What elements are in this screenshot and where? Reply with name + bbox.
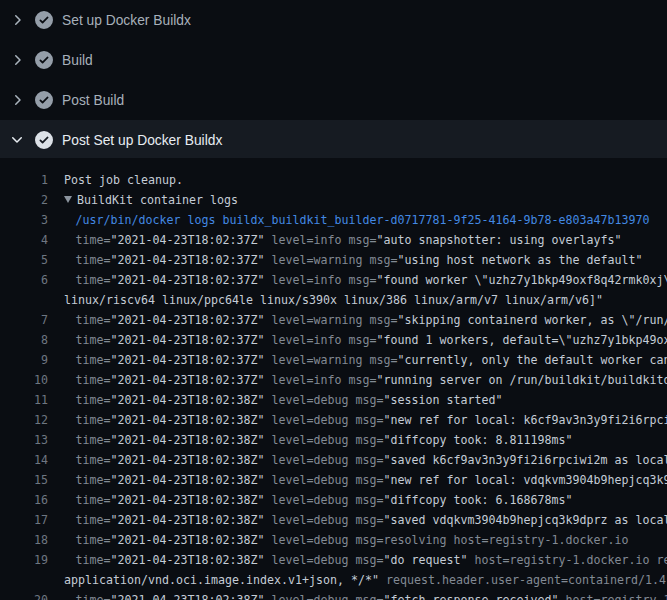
line-number[interactable]: 7 bbox=[0, 310, 48, 330]
log-text: time="2021-04-23T18:02:37Z" level=info m… bbox=[76, 270, 667, 290]
step-header-post-set-up-docker-buildx[interactable]: Post Set up Docker Buildx bbox=[0, 120, 667, 160]
log-segment: level=info msg= bbox=[264, 333, 376, 347]
log-group-title[interactable]: BuildKit container logs bbox=[64, 190, 238, 210]
line-number[interactable]: 19 bbox=[0, 550, 48, 570]
log-segment: time= bbox=[76, 233, 111, 247]
log-text: time="2021-04-23T18:02:38Z" level=debug … bbox=[76, 530, 629, 550]
line-number[interactable]: 8 bbox=[0, 330, 48, 350]
line-number[interactable]: 17 bbox=[0, 510, 48, 530]
log-area: 1Post job cleanup.2BuildKit container lo… bbox=[0, 160, 667, 600]
line-number[interactable]: 12 bbox=[0, 410, 48, 430]
log-segment: linux/riscv64 linux/ppc64le linux/s390x … bbox=[64, 293, 603, 307]
log-segment: time= bbox=[76, 513, 111, 527]
line-number[interactable]: 10 bbox=[0, 370, 48, 390]
check-circle-icon bbox=[35, 51, 53, 69]
log-segment: "2021-04-23T18:02:38Z" bbox=[111, 533, 265, 547]
log-segment: level=debug msg= bbox=[264, 393, 383, 407]
log-text: time="2021-04-23T18:02:38Z" level=debug … bbox=[76, 450, 667, 470]
step-header-build[interactable]: Build bbox=[0, 40, 667, 80]
log-segment: "2021-04-23T18:02:38Z" bbox=[111, 433, 265, 447]
log-segment: "found worker \"uzhz7y1bkp49oxf8q42rmk0x… bbox=[376, 273, 667, 287]
log-segment: time= bbox=[76, 253, 111, 267]
line-number[interactable]: 14 bbox=[0, 450, 48, 470]
log-line-continuation: linux/riscv64 linux/ppc64le linux/s390x … bbox=[0, 290, 667, 310]
log-text: Post job cleanup. bbox=[64, 170, 183, 190]
log-segment: level=debug msg= bbox=[264, 413, 383, 427]
line-number[interactable]: 6 bbox=[0, 270, 48, 290]
line-number[interactable]: 2 bbox=[0, 190, 48, 210]
line-number[interactable]: 9 bbox=[0, 350, 48, 370]
step-label: Post Build bbox=[62, 93, 124, 108]
log-segment: "2021-04-23T18:02:37Z" bbox=[111, 253, 265, 267]
log-segment: "2021-04-23T18:02:38Z" bbox=[111, 493, 265, 507]
log-line-12: 12time="2021-04-23T18:02:38Z" level=debu… bbox=[0, 410, 667, 430]
step-header-post-build[interactable]: Post Build bbox=[0, 80, 667, 120]
line-number[interactable]: 13 bbox=[0, 430, 48, 450]
log-text: /usr/bin/docker logs buildx_buildkit_bui… bbox=[76, 210, 650, 230]
log-line-continuation: application/vnd.oci.image.index.v1+json,… bbox=[0, 570, 667, 590]
line-number[interactable]: 15 bbox=[0, 470, 48, 490]
log-segment: "2021-04-23T18:02:37Z" bbox=[111, 273, 265, 287]
log-text: time="2021-04-23T18:02:38Z" level=debug … bbox=[76, 470, 667, 490]
line-number[interactable] bbox=[0, 290, 48, 310]
chevron-right-icon bbox=[9, 52, 25, 68]
log-segment: "new ref for local: k6cf9av3n3y9fi2i6rpc… bbox=[383, 413, 667, 427]
log-segment: level=debug msg= bbox=[264, 453, 383, 467]
line-number[interactable]: 18 bbox=[0, 530, 48, 550]
log-segment: level=debug msg= bbox=[264, 493, 383, 507]
chevron-down-icon bbox=[9, 132, 25, 148]
log-text: time="2021-04-23T18:02:37Z" level=info m… bbox=[76, 370, 667, 390]
check-circle-icon bbox=[35, 131, 53, 149]
log-text: time="2021-04-23T18:02:37Z" level=warnin… bbox=[76, 250, 643, 270]
log-line-19: 19time="2021-04-23T18:02:38Z" level=debu… bbox=[0, 550, 667, 570]
step-header-set-up-docker-buildx[interactable]: Set up Docker Buildx bbox=[0, 0, 667, 40]
log-segment: time= bbox=[76, 273, 111, 287]
log-segment: time= bbox=[76, 313, 111, 327]
log-segment: Post job cleanup. bbox=[64, 173, 183, 187]
line-number[interactable]: 16 bbox=[0, 490, 48, 510]
log-segment: "running server on /run/buildkit/buildki… bbox=[376, 373, 667, 387]
log-segment: "2021-04-23T18:02:38Z" bbox=[111, 513, 265, 527]
log-segment: time= bbox=[76, 473, 111, 487]
log-segment: host=registry-1.docker.io request.header… bbox=[467, 553, 667, 567]
log-segment: request.header.user-agent=containerd/1.4… bbox=[379, 573, 667, 587]
line-number[interactable]: 11 bbox=[0, 390, 48, 410]
log-segment: "2021-04-23T18:02:37Z" bbox=[111, 373, 265, 387]
step-label: Post Set up Docker Buildx bbox=[62, 133, 222, 148]
line-number[interactable]: 4 bbox=[0, 230, 48, 250]
log-segment: "auto snapshotter: using overlayfs" bbox=[376, 233, 621, 247]
line-number[interactable]: 3 bbox=[0, 210, 48, 230]
log-text: time="2021-04-23T18:02:38Z" level=debug … bbox=[76, 490, 573, 510]
log-segment: "session started" bbox=[383, 393, 502, 407]
log-text: time="2021-04-23T18:02:38Z" level=debug … bbox=[76, 430, 573, 450]
log-segment: level=info msg= bbox=[264, 273, 376, 287]
log-text: time="2021-04-23T18:02:37Z" level=info m… bbox=[76, 330, 667, 350]
line-number[interactable]: 20 bbox=[0, 590, 48, 600]
log-line-17: 17time="2021-04-23T18:02:38Z" level=debu… bbox=[0, 510, 667, 530]
check-circle-icon bbox=[35, 91, 53, 109]
log-segment: level=debug msg= bbox=[264, 433, 383, 447]
log-segment: time= bbox=[76, 593, 111, 600]
log-segment: time= bbox=[76, 453, 111, 467]
log-text: time="2021-04-23T18:02:38Z" level=debug … bbox=[76, 550, 667, 570]
log-text: time="2021-04-23T18:02:37Z" level=warnin… bbox=[76, 350, 667, 370]
log-line-4: 4time="2021-04-23T18:02:37Z" level=info … bbox=[0, 230, 667, 250]
log-segment: "diffcopy took: 6.168678ms" bbox=[383, 493, 572, 507]
log-segment: "found 1 workers, default=\"uzhz7y1bkp49… bbox=[376, 333, 667, 347]
log-line-6: 6time="2021-04-23T18:02:37Z" level=info … bbox=[0, 270, 667, 290]
log-segment: "2021-04-23T18:02:38Z" bbox=[111, 473, 265, 487]
log-line-14: 14time="2021-04-23T18:02:38Z" level=debu… bbox=[0, 450, 667, 470]
log-segment: level=warning msg= bbox=[264, 313, 397, 327]
check-circle-icon bbox=[35, 11, 53, 29]
log-line-2: 2BuildKit container logs bbox=[0, 190, 667, 210]
step-list: Set up Docker BuildxBuildPost BuildPost … bbox=[0, 0, 667, 160]
log-segment: "fetch response received" bbox=[383, 593, 558, 600]
log-segment: "2021-04-23T18:02:38Z" bbox=[111, 393, 265, 407]
log-segment: "2021-04-23T18:02:37Z" bbox=[111, 333, 265, 347]
line-number[interactable]: 5 bbox=[0, 250, 48, 270]
log-segment: time= bbox=[76, 433, 111, 447]
line-number[interactable] bbox=[0, 570, 48, 590]
log-line-15: 15time="2021-04-23T18:02:38Z" level=debu… bbox=[0, 470, 667, 490]
group-collapse-triangle-icon[interactable] bbox=[64, 196, 72, 203]
line-number[interactable]: 1 bbox=[0, 170, 48, 190]
